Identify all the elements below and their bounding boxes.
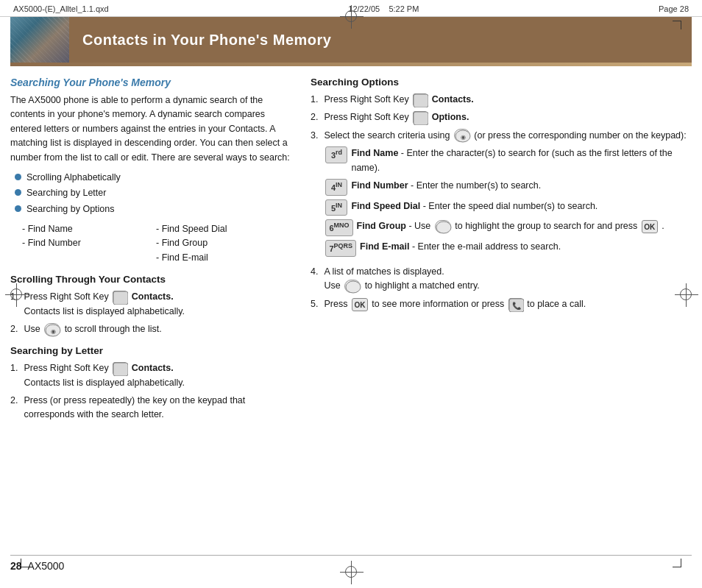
nav-key-icon-3 [435,220,451,233]
file-date: 12/22/05 5:22 PM [348,4,419,13]
main-section-title: Searching Your Phone's Memory [10,77,290,88]
search-option-row: 4IN Find Number - Enter the number(s) to… [325,179,692,196]
svg-text:📞: 📞 [512,301,522,311]
list-item: 2. Press Right Soft Key Options. [311,110,692,124]
page-footer: 28 AX5000 [10,555,692,572]
list-item: 5. Press OK to see more information or p… [311,297,692,311]
scroll-steps: 1. Press Right Soft Key Contacts. Contac… [10,290,290,336]
list-item: Searching by Letter [15,186,290,200]
key-badge-6: 6MNO [325,219,352,236]
svg-text:◉: ◉ [51,328,56,335]
soft-key-icon [113,291,127,304]
page-title: Contacts in Your Phone's Memory [82,32,331,49]
left-column: Searching Your Phone's Memory The AX5000… [10,77,290,426]
list-item: 2. Use ◉ to scroll through the list. [10,322,290,336]
svg-rect-5 [414,112,428,125]
soft-key-icon-2 [113,362,127,375]
list-item: 4. A list of matches is displayed.Use to… [311,265,692,294]
content-area: Searching Your Phone's Memory The AX5000… [0,66,702,426]
key-badge-4: 4IN [325,179,347,196]
search-option-row: 5IN Find Speed Dial - Enter the speed di… [325,199,692,216]
search-option-list: 3rd Find Name - Enter the character(s) t… [325,146,692,257]
intro-text: The AX5000 phone is able to perform a dy… [10,93,290,165]
soft-key-icon-4 [413,111,428,124]
svg-point-9 [346,281,361,293]
nav-key-icon: ◉ [44,323,60,336]
header-image [10,17,69,63]
svg-point-8 [436,222,451,233]
nav-key-icon-2: ◉ [454,129,470,142]
list-item: Searching by Options [15,202,290,216]
list-item: 1. Press Right Soft Key Contacts. Contac… [10,361,290,390]
letter-section-title: Searching by Letter [10,345,290,356]
right-column: Searching Options 1. Press Right Soft Ke… [311,77,692,426]
svg-rect-3 [113,363,128,376]
page-model: AX5000 [28,560,65,572]
list-item: - Find Group [156,236,290,250]
svg-text:◉: ◉ [460,134,465,141]
search-option-row: 6MNO Find Group - Use t [325,219,692,236]
nav-key-icon-4 [344,280,361,293]
list-item: Scrolling Alphabetically [15,171,290,185]
list-item: 3. Select the search criteria using ◉ (o… [311,129,692,261]
reg-mark-top [345,10,357,22]
key-badge-3: 3rd [325,146,347,163]
list-item: - Find Name [22,222,156,236]
page-wrapper: AX5000-(E)_Alltel_1.1.qxd 12/22/05 5:22 … [0,0,702,588]
key-badge-7: 7PQRS [325,240,356,257]
header-title-bar: Contacts in Your Phone's Memory [69,17,692,63]
search-option-row: 3rd Find Name - Enter the character(s) t… [325,146,692,175]
svg-rect-0 [113,291,128,305]
scroll-section-title: Scrolling Through Your Contacts [10,274,290,285]
key-badge-5: 5IN [325,199,347,216]
letter-steps: 1. Press Right Soft Key Contacts. Contac… [10,361,290,422]
crop-mark-tr [673,21,681,29]
search-options-title: Searching Options [311,77,692,88]
list-item: - Find Number [22,236,156,250]
bullet-dot [15,189,21,196]
search-steps: 1. Press Right Soft Key Contacts. 2. [311,93,692,312]
soft-key-icon-3 [413,93,428,107]
sub-col-1: - Find Name - Find Number [22,222,156,265]
call-icon: 📞 [508,298,523,311]
reg-mark-right [680,288,692,300]
list-item: - Find E-mail [156,251,290,265]
search-option-row: 7PQRS Find E-mail - Enter the e-mail add… [325,240,692,257]
svg-rect-4 [414,94,428,107]
bullet-dot [15,174,21,180]
list-item: 2. Press (or press repeatedly) the key o… [10,394,290,422]
bullet-dot [15,205,21,212]
filename: AX5000-(E)_Alltel_1.1.qxd [13,4,109,13]
bullet-list: Scrolling Alphabetically Searching by Le… [15,171,290,216]
ok-icon-2: OK [352,298,368,311]
page-ref: Page 28 [659,4,689,13]
reg-mark-left [10,288,22,300]
sub-options: - Find Name - Find Number - Find Speed D… [22,222,290,265]
sub-col-2: - Find Speed Dial - Find Group - Find E-… [156,222,290,265]
ok-icon: OK [642,220,658,233]
list-item: 1. Press Right Soft Key Contacts. [311,93,692,107]
list-item: 1. Press Right Soft Key Contacts. Contac… [10,290,290,319]
list-item: - Find Speed Dial [156,222,290,236]
page-number: 28 [10,560,22,572]
